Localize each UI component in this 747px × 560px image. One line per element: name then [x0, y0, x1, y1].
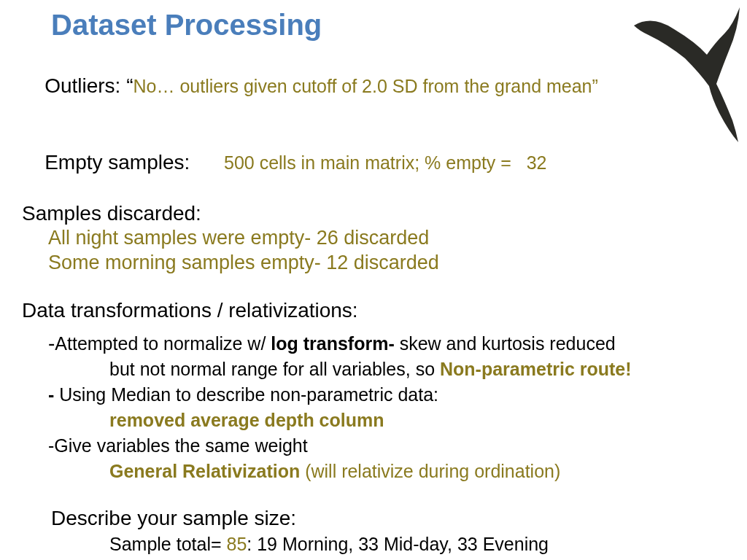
transform-c-text: Give variables the same weight [54, 435, 307, 456]
sample-total-value: 85 [227, 534, 247, 554]
empty-samples-text: 500 cells in main matrix; % empty = 32 [224, 152, 547, 173]
sample-total-post: : 19 Morning, 33 Mid-day, 33 Evening [247, 534, 549, 554]
sample-total-pre: Sample total= [109, 534, 227, 554]
discarded-line-1: All night samples were empty- 26 discard… [48, 226, 725, 251]
transform-b-text: Using Median to describe non-parametric … [59, 384, 438, 405]
transform-b-result-text: removed average depth column [109, 410, 384, 430]
discarded-line-2: Some morning samples empty- 12 discarded [48, 251, 725, 276]
outliers-text: No… outliers given cutoff of 2.0 SD from… [133, 76, 597, 96]
sample-size-header: Describe your sample size: [51, 505, 725, 531]
transform-a-nonparam: Non-parametric route! [440, 359, 632, 379]
empty-samples-label: Empty samples: [44, 151, 224, 174]
transforms-header: Data transformations / relativizations: [22, 298, 725, 323]
sample-size-detail: Sample total= 85: 19 Morning, 33 Mid-day… [109, 531, 725, 556]
discarded-label: Samples discarded: [22, 201, 725, 226]
transform-a-cont-text: but not normal range for all variables, … [109, 359, 440, 379]
empty-samples-line: Empty samples: 500 cells in main matrix;… [22, 124, 725, 201]
transform-a-cont: but not normal range for all variables, … [109, 356, 725, 381]
outliers-line: Outliers: “No… outliers given cutoff of … [22, 47, 725, 124]
slide-title: Dataset Processing [51, 9, 725, 42]
transform-b-dash: - [48, 384, 59, 405]
transform-a-post: skew and kurtosis reduced [400, 333, 616, 354]
transform-c-bold: General Relativization [109, 461, 305, 481]
bird-icon [630, 0, 747, 146]
transform-a: -Attempted to normalize w/ log transform… [48, 330, 725, 356]
transform-c-result: General Relativization (will relativize … [109, 458, 725, 483]
transform-c: -Give variables the same weight [48, 432, 725, 458]
transform-b-result: removed average depth column [109, 407, 725, 432]
transform-a-bold: log transform- [271, 333, 399, 354]
transform-b: - Using Median to describe non-parametri… [48, 381, 725, 407]
transform-c-paren: (will relativize during ordination) [305, 461, 560, 481]
transform-a-dash: - [48, 332, 55, 354]
outliers-label: Outliers: [44, 74, 126, 97]
transform-a-pre: Attempted to normalize w/ [55, 333, 271, 354]
